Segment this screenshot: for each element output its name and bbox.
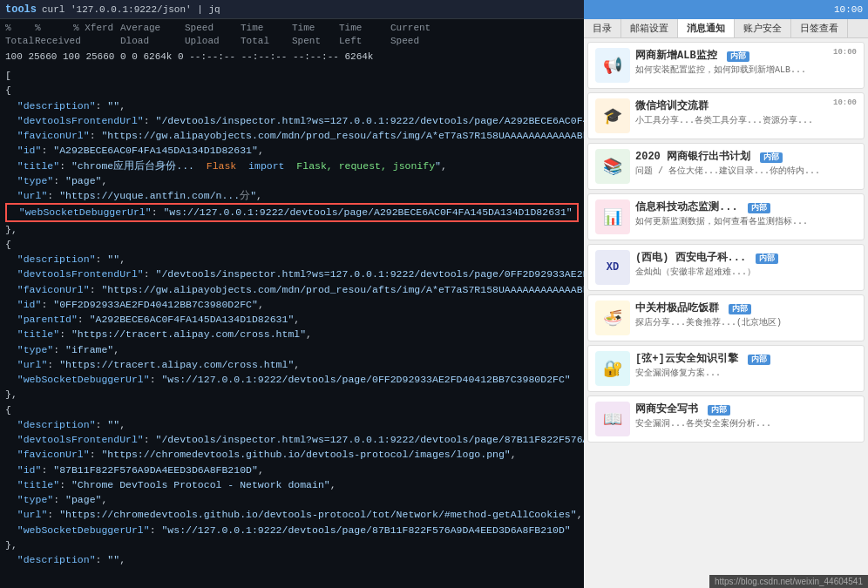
card-food-title: 中关村极品吃饭群 内部 — [635, 301, 857, 315]
json-line-devtools-2: "devtoolsFrontendUrl": "/devtools/inspec… — [5, 267, 579, 281]
card-wechat-title: 微信培训交流群 10:00 — [635, 98, 857, 113]
json-close-brace-1: }, — [5, 222, 579, 237]
card-food-icon: 🍜 — [595, 301, 630, 335]
col-received: % Received — [35, 22, 70, 49]
json-line-ws-3: "webSocketDebuggerUrl": "ws://127.0.0.1:… — [5, 523, 579, 537]
sidebar-top-bar: 10:00 — [584, 0, 868, 19]
tab-notification[interactable]: 消息通知 — [678, 19, 735, 37]
json-open-bracket: [ — [5, 68, 579, 83]
json-line-type-3: "type": "page", — [5, 492, 579, 507]
json-line-type-1: "type": "page", — [5, 173, 579, 188]
json-line-id-1: "id": "A292BECE6AC0F4FA145DA134D1D82631"… — [5, 143, 579, 158]
tab-account[interactable]: 账户安全 — [735, 19, 791, 37]
json-line-url-3: "url": "https://chromedevtools.github.io… — [5, 507, 579, 522]
card-secbook-badge: 内部 — [708, 405, 730, 416]
json-line-title-3: "title": "Chrome DevTools Protocol - Net… — [5, 477, 579, 492]
card-wechat-time: 10:00 — [833, 98, 857, 107]
card-wechat-content: 微信培训交流群 10:00 小工具分享...各类工具分享...资源分享... — [635, 98, 857, 126]
card-book-content: 2020 网商银行出书计划 内部 问题 / 各位大佬...建议目录...你的特内… — [635, 149, 857, 177]
json-content[interactable]: [ { "description": "", "devtoolsFrontend… — [0, 66, 584, 588]
terminal-command: curl '127.0.0.1:9222/json' | jq — [42, 4, 220, 15]
json-line-id-2: "id": "0FF2D92933AE2FD40412BB7C3980D2FC"… — [5, 297, 579, 312]
card-xidian-icon: XD — [595, 250, 630, 285]
card-security[interactable]: 🔐 [弦+]云安全知识引擎 内部 安全漏洞修复方案... — [587, 345, 865, 392]
curl-output: % Total % Received % Xferd AverageDload … — [0, 19, 584, 66]
curl-stats-row: 100 25660 100 25660 0 0 6264k 0 --:--:--… — [3, 50, 580, 64]
json-close-brace-3: }, — [5, 537, 579, 552]
card-xidian-content: (西电) 西安电子科... 内部 金灿灿（安徽非常超难难...） — [635, 250, 857, 278]
sidebar-cards-list[interactable]: 📢 网商新增ALB监控 内部 10:00 如何安装配置监控，如何卸载到新增ALB… — [584, 38, 868, 587]
json-line-ws-1: "webSocketDebuggerUrl": "ws://127.0.0.1:… — [5, 203, 579, 221]
json-line-title-1: "title": "chrome应用后台身份... Flask import F… — [5, 159, 579, 173]
card-monitor-content: 信息科技动态监测... 内部 如何更新监测数据，如何查看各监测指标... — [635, 199, 857, 227]
card-alb-time: 10:00 — [833, 48, 857, 57]
card-secbook[interactable]: 📖 网商安全写书 内部 安全漏洞...各类安全案例分析... — [587, 395, 865, 443]
json-line-ws-2: "webSocketDebuggerUrl": "ws://127.0.0.1:… — [5, 372, 579, 387]
col-xferd: % Xferd — [73, 22, 117, 49]
card-alb-badge: 内部 — [727, 51, 749, 62]
json-line-devtools-3: "devtoolsFrontendUrl": "/devtools/inspec… — [5, 432, 579, 447]
card-monitor[interactable]: 📊 信息科技动态监测... 内部 如何更新监测数据，如何查看各监测指标... — [587, 193, 865, 240]
json-line-title-2: "title": "https://tracert.alipay.com/cro… — [5, 327, 579, 341]
card-xidian-title: (西电) 西安电子科... 内部 — [635, 250, 857, 265]
card-food-badge: 内部 — [729, 304, 751, 314]
sidebar-tabs: 目录 邮箱设置 消息通知 账户安全 日签查看 — [584, 19, 868, 38]
card-xidian-desc: 金灿灿（安徽非常超难难...） — [635, 267, 857, 278]
card-monitor-desc: 如何更新监测数据，如何查看各监测指标... — [635, 216, 857, 227]
col-total-pct: % Total — [5, 22, 31, 49]
card-book-desc: 问题 / 各位大佬...建议目录...你的特内... — [635, 166, 857, 177]
card-security-desc: 安全漏洞修复方案... — [635, 368, 857, 379]
col-time-total: TimeTotal — [241, 22, 288, 49]
card-secbook-icon: 📖 — [595, 402, 630, 436]
col-avg-dload: AverageDload — [120, 22, 181, 49]
col-speed-upload: SpeedUpload — [185, 22, 237, 49]
json-line-url-1: "url": "https://yuque.antfin.com/n...分", — [5, 188, 579, 203]
card-alb-icon: 📢 — [595, 48, 630, 83]
card-secbook-desc: 安全漏洞...各类安全案例分析... — [635, 418, 857, 429]
json-line-devtools-1: "devtoolsFrontendUrl": "/devtools/inspec… — [5, 113, 579, 128]
col-current-speed: CurrentSpeed — [390, 22, 431, 49]
card-alb-content: 网商新增ALB监控 内部 10:00 如何安装配置监控，如何卸载到新增ALB..… — [635, 48, 857, 76]
sidebar-panel: 10:00 目录 邮箱设置 消息通知 账户安全 日签查看 📢 网商新增ALB监控… — [584, 0, 868, 588]
card-wechat-icon: 🎓 — [595, 98, 630, 133]
col-time-left: TimeLeft — [339, 22, 387, 49]
card-security-content: [弦+]云安全知识引擎 内部 安全漏洞修复方案... — [635, 351, 857, 379]
card-food-desc: 探店分享...美食推荐...(北京地区) — [635, 317, 857, 328]
curl-header-row: % Total % Received % Xferd AverageDload … — [3, 21, 580, 50]
card-wechat[interactable]: 🎓 微信培训交流群 10:00 小工具分享...各类工具分享...资源分享... — [587, 92, 865, 139]
json-line-favicon-1: "faviconUrl": "https://gw.alipayobjects.… — [5, 128, 579, 143]
json-line-favicon-2: "faviconUrl": "https://gw.alipayobjects.… — [5, 282, 579, 297]
card-xidian-badge: 内部 — [756, 253, 778, 264]
json-line-id-3: "id": "87B11F822F576A9DA4EED3D6A8FB210D"… — [5, 463, 579, 477]
col-time-spent: TimeSpent — [292, 22, 336, 49]
json-line-desc-2: "description": "", — [5, 252, 579, 267]
card-book[interactable]: 📚 2020 网商银行出书计划 内部 问题 / 各位大佬...建议目录...你的… — [587, 143, 865, 190]
card-book-title: 2020 网商银行出书计划 内部 — [635, 149, 857, 164]
json-line-parentid-2: "parentId": "A292BECE6AC0F4FA145DA134D1D… — [5, 312, 579, 327]
json-line-url-2: "url": "https://tracert.alipay.com/cross… — [5, 357, 579, 372]
tab-email[interactable]: 邮箱设置 — [621, 19, 678, 37]
tools-label: tools — [5, 3, 37, 16]
json-close-brace-2: }, — [5, 387, 579, 402]
json-line-favicon-3: "faviconUrl": "https://chromedevtools.gi… — [5, 447, 579, 462]
json-desc-more: "description": "", — [5, 552, 579, 567]
card-book-icon: 📚 — [595, 149, 630, 184]
footer-url: https://blog.csdn.net/weixin_44604541 — [709, 575, 868, 588]
card-food[interactable]: 🍜 中关村极品吃饭群 内部 探店分享...美食推荐...(北京地区) — [587, 294, 865, 341]
card-secbook-title: 网商安全写书 内部 — [635, 402, 857, 416]
json-open-brace-2: { — [5, 237, 579, 252]
sidebar-time: 10:00 — [834, 4, 863, 15]
json-line-desc-1: "description": "", — [5, 98, 579, 113]
card-book-badge: 内部 — [760, 152, 783, 163]
card-monitor-title: 信息科技动态监测... 内部 — [635, 199, 857, 214]
card-security-icon: 🔐 — [595, 351, 630, 386]
card-alb[interactable]: 📢 网商新增ALB监控 内部 10:00 如何安装配置监控，如何卸载到新增ALB… — [587, 42, 865, 89]
terminal-header: tools curl '127.0.0.1:9222/json' | jq — [0, 0, 584, 19]
tab-daycheck[interactable]: 日签查看 — [791, 19, 848, 37]
card-alb-title: 网商新增ALB监控 内部 10:00 — [635, 48, 857, 63]
tab-directory[interactable]: 目录 — [584, 19, 621, 37]
json-line-desc-3: "description": "", — [5, 417, 579, 432]
json-open-brace-3: { — [5, 402, 579, 417]
card-xidian[interactable]: XD (西电) 西安电子科... 内部 金灿灿（安徽非常超难难...） — [587, 244, 865, 291]
card-monitor-badge: 内部 — [748, 203, 770, 213]
